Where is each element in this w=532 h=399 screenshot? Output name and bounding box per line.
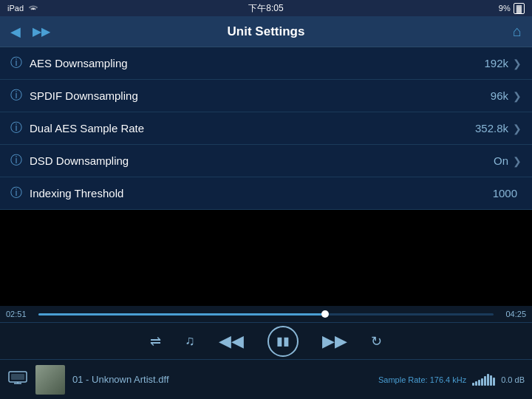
item-value-dual-aes: 352.8k (475, 122, 508, 134)
sample-rate-label: Sample Rate: 176.4 kHz (378, 375, 466, 384)
settings-item-dsd[interactable]: ⓘ DSD Downsampling On ❯ (0, 145, 532, 177)
album-art (35, 365, 65, 395)
vol-bar-4 (481, 378, 483, 386)
time-elapsed: 02:51 (6, 310, 33, 318)
track-name: 01 - Unknown Artist.dff (72, 374, 169, 385)
volume-bars (472, 374, 495, 386)
repeat-button[interactable]: ↻ (371, 333, 382, 349)
home-button[interactable]: ⌂ (513, 23, 522, 40)
item-label-dsd: DSD Downsampling (30, 154, 494, 167)
vol-bar-2 (475, 381, 477, 386)
settings-item-dual-aes[interactable]: ⓘ Dual AES Sample Rate 352.8k ❯ (0, 112, 532, 145)
info-icon-dsd[interactable]: ⓘ (10, 153, 22, 168)
settings-item-indexing[interactable]: ⓘ Indexing Threshold 1000 (0, 177, 532, 210)
pause-icon: ▮▮ (276, 334, 290, 348)
status-time: 下午8:05 (248, 2, 283, 15)
vol-bar-3 (478, 380, 480, 386)
svg-rect-1 (11, 374, 24, 380)
bottom-section: 02:51 04:25 ⇌ ♫ ◀◀ ▮▮ ▶▶ ↻ (0, 306, 532, 399)
chevron-dual-aes: ❯ (513, 123, 522, 134)
item-label-spdif: SPDIF Downsampling (30, 89, 491, 102)
status-right: 9% ▓ (499, 3, 525, 14)
album-placeholder (35, 365, 65, 395)
settings-item-spdif[interactable]: ⓘ SPDIF Downsampling 96k ❯ (0, 80, 532, 112)
chevron-spdif: ❯ (513, 90, 522, 102)
item-label-indexing: Indexing Threshold (30, 187, 493, 200)
progress-thumb (321, 310, 329, 318)
info-icon-aes[interactable]: ⓘ (10, 55, 22, 71)
progress-bar-container: 02:51 04:25 (0, 306, 532, 322)
progress-fill (38, 313, 325, 316)
next-button[interactable]: ▶▶ (322, 332, 347, 351)
item-label-dual-aes: Dual AES Sample Rate (30, 122, 475, 134)
chevron-dsd: ❯ (513, 155, 522, 167)
status-left: iPad (7, 4, 38, 13)
back-button[interactable]: ◀ (10, 24, 21, 40)
wifi-icon (28, 4, 38, 13)
volume-level: 0.0 dB (501, 375, 525, 384)
player-controls: ⇌ ♫ ◀◀ ▮▮ ▶▶ ↻ (0, 322, 532, 359)
item-value-indexing: 1000 (493, 187, 517, 200)
previous-button[interactable]: ◀◀ (219, 332, 244, 351)
vol-bar-5 (484, 376, 486, 386)
music-note-button[interactable]: ♫ (185, 333, 195, 349)
ipad-label: iPad (7, 4, 24, 13)
item-label-aes: AES Downsampling (30, 57, 484, 69)
item-value-dsd: On (494, 154, 508, 167)
progress-track[interactable] (38, 313, 494, 316)
time-remaining: 04:25 (499, 310, 526, 318)
info-icon-indexing[interactable]: ⓘ (10, 185, 22, 201)
settings-list: ⓘ AES Downsampling 192k ❯ ⓘ SPDIF Downsa… (0, 47, 532, 210)
settings-item-aes[interactable]: ⓘ AES Downsampling 192k ❯ (0, 47, 532, 80)
device-icon (7, 369, 28, 391)
status-bar: iPad 下午8:05 9% ▓ (0, 0, 532, 16)
item-value-spdif: 96k (491, 89, 508, 102)
info-icon-spdif[interactable]: ⓘ (10, 88, 22, 103)
battery-percentage: 9% (499, 4, 511, 13)
battery-icon: ▓ (514, 3, 525, 14)
vol-bar-7 (490, 375, 492, 386)
vol-bar-8 (493, 378, 495, 386)
empty-area (0, 210, 532, 306)
nav-left: ◀ ▶▶ (10, 24, 50, 40)
vol-bar-1 (472, 383, 474, 386)
info-icon-dual-aes[interactable]: ⓘ (10, 120, 22, 136)
now-playing-bar: 01 - Unknown Artist.dff Sample Rate: 176… (0, 359, 532, 399)
track-info: 01 - Unknown Artist.dff (72, 374, 371, 385)
nav-bar: ◀ ▶▶ Unit Settings ⌂ (0, 16, 532, 47)
chevron-aes: ❯ (513, 58, 522, 69)
item-value-aes: 192k (484, 57, 508, 69)
shuffle-button[interactable]: ⇌ (150, 333, 161, 349)
np-right: Sample Rate: 176.4 kHz 0.0 dB (378, 374, 525, 386)
forward-button[interactable]: ▶▶ (33, 24, 50, 38)
play-pause-button[interactable]: ▮▮ (267, 326, 299, 357)
page-title: Unit Settings (228, 24, 305, 39)
vol-bar-6 (487, 374, 489, 386)
